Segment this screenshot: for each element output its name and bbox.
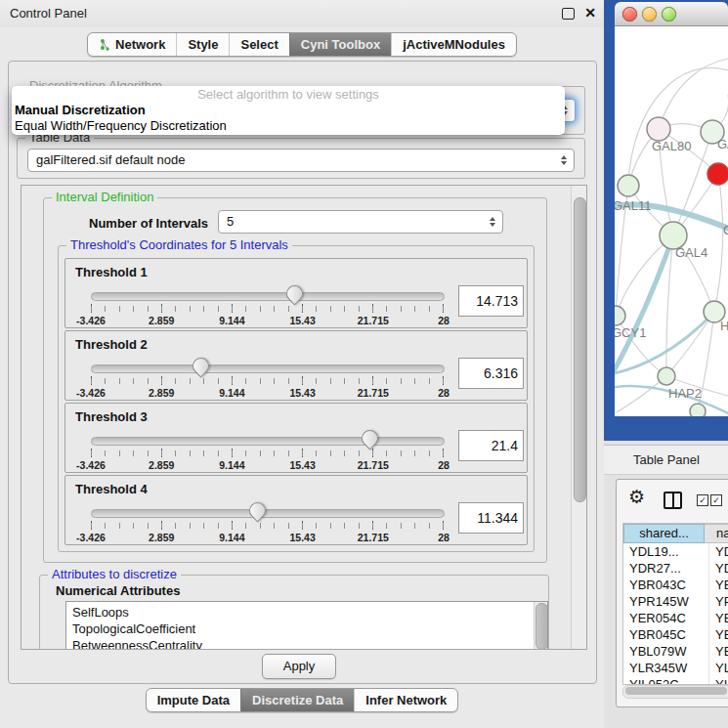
- threshold-3-row: Threshold 3 -3.426 2.859 9.144 15.43: [64, 403, 528, 473]
- node-bottom[interactable]: [690, 404, 706, 416]
- checkbox-icon[interactable]: ✓: [697, 494, 708, 506]
- node-red-selected[interactable]: [707, 163, 728, 185]
- tick-label: 15.43: [289, 315, 315, 326]
- slider-track[interactable]: [91, 437, 445, 446]
- table-row[interactable]: YER054CYER0: [623, 610, 728, 626]
- tick-label: 9.144: [219, 532, 244, 543]
- node-hap2[interactable]: [658, 367, 675, 385]
- attributes-group-title: Attributes to discretize: [48, 567, 181, 582]
- node-gal80[interactable]: [647, 117, 670, 141]
- tab-discretize-data[interactable]: Discretize Data: [240, 689, 354, 711]
- table-row[interactable]: YDL19...YDL1: [623, 543, 728, 560]
- tab-style[interactable]: Style: [176, 33, 229, 56]
- application-window: Control Panel ✕ Network Style Sel: [0, 0, 728, 728]
- slider-minor-ticks: [91, 378, 444, 384]
- table-row[interactable]: YBL079WYBL0: [623, 643, 728, 660]
- threshold-1-value-field[interactable]: 14.713: [458, 285, 524, 317]
- tick-label: -3.426: [76, 387, 106, 399]
- bottom-tab-bar: Impute Data Discretize Data Infer Networ…: [0, 688, 604, 712]
- tick-label: 21.715: [358, 387, 389, 399]
- settings-scrollbar-thumb[interactable]: [574, 197, 586, 502]
- node-gal11[interactable]: [618, 175, 639, 196]
- apply-button[interactable]: Apply: [262, 654, 336, 679]
- list-item[interactable]: BetweennessCentrality: [66, 637, 547, 650]
- tab-jactivemnodules[interactable]: jActiveMNodules: [391, 33, 516, 56]
- threshold-1-slider: -3.426 2.859 9.144 15.43 21.715 28: [91, 284, 444, 327]
- tab-impute-data[interactable]: Impute Data: [147, 689, 240, 711]
- threshold-4-value-field[interactable]: 11.344: [458, 502, 524, 534]
- tab-infer-network[interactable]: Infer Network: [354, 689, 457, 711]
- tick-label: 9.144: [219, 387, 244, 399]
- slider-handle[interactable]: [245, 498, 269, 522]
- control-panel: Control Panel ✕ Network Style Sel: [0, 0, 604, 728]
- network-canvas[interactable]: GAL80 GA C GAL11 GAL4 GCY1 H HAP2: [615, 26, 728, 416]
- list-item[interactable]: SelfLoops: [66, 602, 547, 621]
- number-of-intervals-combobox[interactable]: 5: [218, 210, 503, 234]
- float-window-icon[interactable]: [562, 8, 575, 20]
- column-header-name[interactable]: na: [705, 524, 728, 543]
- interval-definition-title: Interval Definition: [52, 190, 157, 205]
- tick-label: 2.859: [149, 532, 174, 543]
- column-header-shared-name[interactable]: shared...: [623, 524, 705, 543]
- tick-label: 28: [438, 459, 450, 471]
- table-horizontal-scrollbar[interactable]: [622, 685, 728, 699]
- table-row[interactable]: YBR043CYBR0: [623, 577, 728, 593]
- numerical-attributes-list[interactable]: SelfLoops TopologicalCoefficient Between…: [65, 601, 548, 650]
- tab-cyni-toolbox[interactable]: Cyni Toolbox: [289, 33, 391, 56]
- attributes-group: Attributes to discretize Numerical Attri…: [39, 575, 549, 650]
- checkbox-icon[interactable]: ✓: [710, 494, 722, 506]
- threshold-2-label: Threshold 2: [75, 337, 148, 352]
- list-scrollbar[interactable]: [534, 602, 547, 650]
- table-row[interactable]: YIL052CYIL0: [623, 676, 728, 685]
- network-icon: [99, 38, 110, 51]
- right-workspace: GAL80 GA C GAL11 GAL4 GCY1 H HAP2 Table …: [604, 0, 728, 728]
- threshold-1-label: Threshold 1: [75, 265, 148, 279]
- tab-select[interactable]: Select: [229, 33, 288, 56]
- gear-icon[interactable]: ⚙: [628, 486, 645, 508]
- close-window-icon[interactable]: [622, 7, 637, 21]
- slider-track[interactable]: [91, 509, 445, 518]
- tab-network[interactable]: Network: [88, 33, 176, 56]
- tick-label: 28: [438, 387, 450, 399]
- table-data-combobox[interactable]: galFiltered.sif default node: [27, 149, 575, 172]
- cyni-toolbox-panel: Discretization Algorithm Table Data galF…: [8, 61, 597, 684]
- table-row[interactable]: YDR27...YDR2: [623, 560, 728, 577]
- split-view-icon[interactable]: [664, 492, 682, 509]
- slider-handle[interactable]: [359, 426, 382, 450]
- number-of-intervals-label: Number of Intervals: [89, 216, 208, 231]
- thresholds-group: Threshold's Coordinates for 5 Intervals …: [58, 245, 535, 552]
- number-of-intervals-value: 5: [227, 211, 234, 233]
- node-table: shared... na YDL19...YDL1 YDR27...YDR2 Y…: [622, 523, 728, 685]
- table-row[interactable]: YBR045CYBR0: [623, 626, 728, 643]
- threshold-3-value-field[interactable]: 21.4: [458, 430, 524, 461]
- control-panel-titlebar: Control Panel ✕: [0, 0, 604, 27]
- zoom-window-icon[interactable]: [662, 7, 676, 21]
- tick-label: -3.426: [76, 459, 106, 471]
- tick-label: 21.715: [358, 532, 389, 543]
- list-item[interactable]: TopologicalCoefficient: [66, 621, 547, 637]
- table-row[interactable]: YPR145WYPR1: [623, 593, 728, 610]
- popup-item-manual-discretization[interactable]: Manual Discretization: [12, 103, 565, 118]
- slider-minor-ticks: [91, 450, 444, 456]
- list-scrollbar-thumb[interactable]: [535, 603, 548, 650]
- node-label: GCY1: [615, 325, 646, 340]
- slider-minor-ticks: [91, 523, 444, 529]
- slider-track[interactable]: [91, 364, 445, 373]
- slider-handle[interactable]: [189, 354, 212, 377]
- popup-item-equal-width-frequency[interactable]: Equal Width/Frequency Discretization: [12, 118, 565, 134]
- threshold-2-value-field[interactable]: 6.316: [458, 358, 524, 389]
- table-horizontal-scrollbar-thumb[interactable]: [625, 687, 727, 695]
- table-panel-titlebar: Table Panel: [604, 445, 728, 475]
- slider-handle[interactable]: [283, 281, 307, 305]
- algorithm-dropdown-popup: Select algorithm to view settings Manual…: [12, 86, 565, 135]
- node-label: HAP2: [668, 386, 702, 401]
- control-panel-title: Control Panel: [10, 6, 87, 21]
- combo-arrows-icon: [490, 217, 495, 227]
- threshold-3-slider: -3.426 2.859 9.144 15.43 21.715 28: [91, 429, 444, 472]
- table-row[interactable]: YLR345WYLR3: [623, 660, 728, 676]
- settings-scrollbar[interactable]: [571, 186, 586, 649]
- slider-track[interactable]: [91, 292, 445, 301]
- close-icon[interactable]: ✕: [584, 5, 596, 21]
- minimize-window-icon[interactable]: [642, 7, 657, 21]
- node-gcy1[interactable]: [615, 306, 625, 325]
